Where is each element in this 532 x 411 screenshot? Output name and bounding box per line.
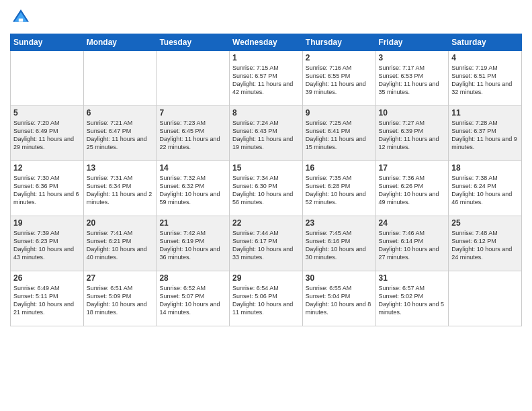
day-number: 25 bbox=[451, 218, 519, 228]
day-info: Sunrise: 7:24 AM Sunset: 6:43 PM Dayligh… bbox=[232, 119, 300, 152]
day-info: Sunrise: 7:42 AM Sunset: 6:19 PM Dayligh… bbox=[159, 229, 226, 262]
calendar-cell: 9Sunrise: 7:25 AM Sunset: 6:41 PM Daylig… bbox=[302, 106, 375, 161]
weekday-header-sunday: Sunday bbox=[11, 34, 84, 51]
day-info: Sunrise: 7:21 AM Sunset: 6:47 PM Dayligh… bbox=[87, 119, 154, 152]
calendar-cell: 1Sunrise: 7:15 AM Sunset: 6:57 PM Daylig… bbox=[230, 51, 303, 106]
day-number: 19 bbox=[13, 218, 81, 228]
day-number: 26 bbox=[13, 273, 81, 283]
day-info: Sunrise: 7:20 AM Sunset: 6:49 PM Dayligh… bbox=[13, 119, 81, 152]
weekday-header-row: SundayMondayTuesdayWednesdayThursdayFrid… bbox=[11, 34, 522, 51]
day-number: 7 bbox=[159, 108, 226, 118]
day-info: Sunrise: 7:25 AM Sunset: 6:41 PM Dayligh… bbox=[306, 119, 373, 152]
day-number: 4 bbox=[451, 53, 519, 62]
calendar-week-2: 5Sunrise: 7:20 AM Sunset: 6:49 PM Daylig… bbox=[11, 106, 522, 161]
calendar-week-1: 1Sunrise: 7:15 AM Sunset: 6:57 PM Daylig… bbox=[11, 51, 522, 106]
calendar-cell: 6Sunrise: 7:21 AM Sunset: 6:47 PM Daylig… bbox=[83, 106, 157, 161]
calendar-week-4: 19Sunrise: 7:39 AM Sunset: 6:23 PM Dayli… bbox=[11, 216, 522, 271]
weekday-header-saturday: Saturday bbox=[449, 34, 522, 51]
calendar-cell: 28Sunrise: 6:52 AM Sunset: 5:07 PM Dayli… bbox=[157, 271, 230, 326]
calendar-cell bbox=[157, 51, 230, 106]
calendar-cell bbox=[449, 271, 522, 326]
calendar-cell: 18Sunrise: 7:38 AM Sunset: 6:24 PM Dayli… bbox=[449, 161, 522, 216]
calendar-cell: 5Sunrise: 7:20 AM Sunset: 6:49 PM Daylig… bbox=[11, 106, 84, 161]
calendar-cell: 26Sunrise: 6:49 AM Sunset: 5:11 PM Dayli… bbox=[11, 271, 84, 326]
calendar-week-5: 26Sunrise: 6:49 AM Sunset: 5:11 PM Dayli… bbox=[11, 271, 522, 326]
calendar-cell: 3Sunrise: 7:17 AM Sunset: 6:53 PM Daylig… bbox=[375, 51, 449, 106]
weekday-header-tuesday: Tuesday bbox=[157, 34, 230, 51]
day-info: Sunrise: 6:57 AM Sunset: 5:02 PM Dayligh… bbox=[379, 284, 446, 317]
calendar-cell: 15Sunrise: 7:34 AM Sunset: 6:30 PM Dayli… bbox=[230, 161, 303, 216]
calendar-cell: 11Sunrise: 7:28 AM Sunset: 6:37 PM Dayli… bbox=[449, 106, 522, 161]
day-info: Sunrise: 6:51 AM Sunset: 5:09 PM Dayligh… bbox=[87, 284, 154, 317]
day-info: Sunrise: 7:28 AM Sunset: 6:37 PM Dayligh… bbox=[451, 119, 519, 152]
day-number: 2 bbox=[306, 53, 373, 62]
calendar-cell: 29Sunrise: 6:54 AM Sunset: 5:06 PM Dayli… bbox=[230, 271, 303, 326]
calendar-cell: 20Sunrise: 7:41 AM Sunset: 6:21 PM Dayli… bbox=[83, 216, 157, 271]
calendar-cell: 8Sunrise: 7:24 AM Sunset: 6:43 PM Daylig… bbox=[230, 106, 303, 161]
day-number: 3 bbox=[379, 53, 446, 62]
calendar-cell: 24Sunrise: 7:46 AM Sunset: 6:14 PM Dayli… bbox=[375, 216, 449, 271]
day-info: Sunrise: 7:34 AM Sunset: 6:30 PM Dayligh… bbox=[232, 174, 300, 207]
calendar-cell: 10Sunrise: 7:27 AM Sunset: 6:39 PM Dayli… bbox=[375, 106, 449, 161]
calendar-cell: 14Sunrise: 7:32 AM Sunset: 6:32 PM Dayli… bbox=[157, 161, 230, 216]
day-number: 31 bbox=[379, 273, 446, 283]
day-number: 23 bbox=[306, 218, 373, 228]
day-info: Sunrise: 7:17 AM Sunset: 6:53 PM Dayligh… bbox=[379, 64, 446, 97]
calendar-cell: 12Sunrise: 7:30 AM Sunset: 6:36 PM Dayli… bbox=[11, 161, 84, 216]
calendar-cell: 17Sunrise: 7:36 AM Sunset: 6:26 PM Dayli… bbox=[375, 161, 449, 216]
calendar-cell: 2Sunrise: 7:16 AM Sunset: 6:55 PM Daylig… bbox=[302, 51, 375, 106]
day-info: Sunrise: 6:54 AM Sunset: 5:06 PM Dayligh… bbox=[232, 284, 300, 317]
day-info: Sunrise: 6:55 AM Sunset: 5:04 PM Dayligh… bbox=[306, 284, 373, 317]
day-info: Sunrise: 7:15 AM Sunset: 6:57 PM Dayligh… bbox=[232, 64, 300, 97]
calendar-header: SundayMondayTuesdayWednesdayThursdayFrid… bbox=[11, 34, 522, 51]
day-number: 15 bbox=[232, 163, 300, 173]
calendar-cell: 21Sunrise: 7:42 AM Sunset: 6:19 PM Dayli… bbox=[157, 216, 230, 271]
day-info: Sunrise: 7:46 AM Sunset: 6:14 PM Dayligh… bbox=[379, 229, 446, 262]
calendar-cell: 16Sunrise: 7:35 AM Sunset: 6:28 PM Dayli… bbox=[302, 161, 375, 216]
day-info: Sunrise: 7:32 AM Sunset: 6:32 PM Dayligh… bbox=[159, 174, 226, 207]
day-info: Sunrise: 7:30 AM Sunset: 6:36 PM Dayligh… bbox=[13, 174, 81, 207]
calendar-cell: 13Sunrise: 7:31 AM Sunset: 6:34 PM Dayli… bbox=[83, 161, 157, 216]
calendar-cell: 30Sunrise: 6:55 AM Sunset: 5:04 PM Dayli… bbox=[302, 271, 375, 326]
day-number: 17 bbox=[379, 163, 446, 173]
calendar-body: 1Sunrise: 7:15 AM Sunset: 6:57 PM Daylig… bbox=[11, 51, 522, 326]
day-info: Sunrise: 7:48 AM Sunset: 6:12 PM Dayligh… bbox=[451, 229, 519, 262]
weekday-header-thursday: Thursday bbox=[302, 34, 375, 51]
day-info: Sunrise: 7:41 AM Sunset: 6:21 PM Dayligh… bbox=[87, 229, 154, 262]
day-number: 18 bbox=[451, 163, 519, 173]
day-number: 6 bbox=[87, 108, 154, 118]
day-info: Sunrise: 7:38 AM Sunset: 6:24 PM Dayligh… bbox=[451, 174, 519, 207]
calendar-cell: 23Sunrise: 7:45 AM Sunset: 6:16 PM Dayli… bbox=[302, 216, 375, 271]
day-number: 10 bbox=[379, 108, 446, 118]
day-number: 24 bbox=[379, 218, 446, 228]
calendar-cell: 25Sunrise: 7:48 AM Sunset: 6:12 PM Dayli… bbox=[449, 216, 522, 271]
day-info: Sunrise: 7:39 AM Sunset: 6:23 PM Dayligh… bbox=[13, 229, 81, 262]
day-info: Sunrise: 7:19 AM Sunset: 6:51 PM Dayligh… bbox=[451, 64, 519, 97]
calendar-cell bbox=[83, 51, 157, 106]
day-number: 12 bbox=[13, 163, 81, 173]
calendar-week-3: 12Sunrise: 7:30 AM Sunset: 6:36 PM Dayli… bbox=[11, 161, 522, 216]
day-number: 13 bbox=[87, 163, 154, 173]
calendar-cell: 7Sunrise: 7:23 AM Sunset: 6:45 PM Daylig… bbox=[157, 106, 230, 161]
day-number: 1 bbox=[232, 53, 300, 62]
calendar-cell: 27Sunrise: 6:51 AM Sunset: 5:09 PM Dayli… bbox=[83, 271, 157, 326]
day-info: Sunrise: 7:31 AM Sunset: 6:34 PM Dayligh… bbox=[87, 174, 154, 207]
calendar-cell: 22Sunrise: 7:44 AM Sunset: 6:17 PM Dayli… bbox=[230, 216, 303, 271]
day-number: 21 bbox=[159, 218, 226, 228]
weekday-header-friday: Friday bbox=[375, 34, 449, 51]
day-info: Sunrise: 7:44 AM Sunset: 6:17 PM Dayligh… bbox=[232, 229, 300, 262]
calendar-cell: 19Sunrise: 7:39 AM Sunset: 6:23 PM Dayli… bbox=[11, 216, 84, 271]
day-number: 8 bbox=[232, 108, 300, 118]
day-number: 28 bbox=[159, 273, 226, 283]
weekday-header-wednesday: Wednesday bbox=[230, 34, 303, 51]
day-number: 22 bbox=[232, 218, 300, 228]
calendar-cell: 4Sunrise: 7:19 AM Sunset: 6:51 PM Daylig… bbox=[449, 51, 522, 106]
day-info: Sunrise: 6:52 AM Sunset: 5:07 PM Dayligh… bbox=[159, 284, 226, 317]
day-info: Sunrise: 7:23 AM Sunset: 6:45 PM Dayligh… bbox=[159, 119, 226, 152]
calendar-cell bbox=[11, 51, 84, 106]
day-info: Sunrise: 7:45 AM Sunset: 6:16 PM Dayligh… bbox=[306, 229, 373, 262]
day-number: 30 bbox=[306, 273, 373, 283]
svg-rect-2 bbox=[19, 19, 23, 22]
day-info: Sunrise: 7:16 AM Sunset: 6:55 PM Dayligh… bbox=[306, 64, 373, 97]
day-number: 20 bbox=[87, 218, 154, 228]
